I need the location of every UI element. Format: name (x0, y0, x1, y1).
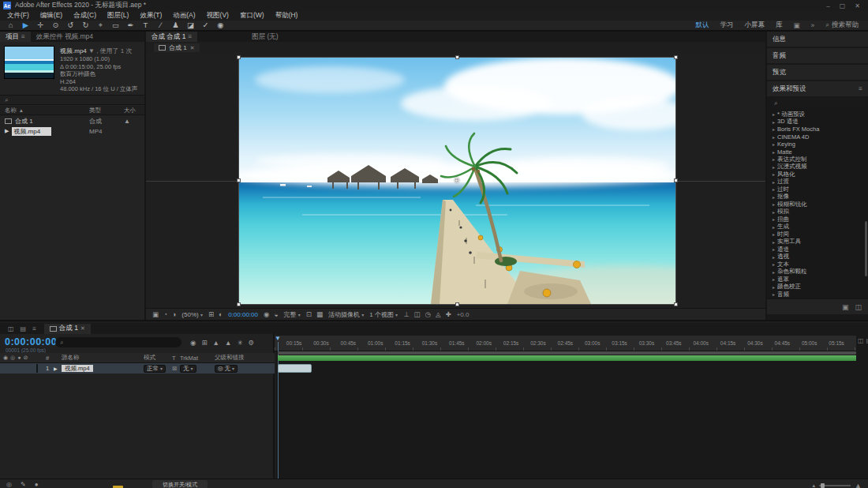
caret-right-icon[interactable]: ▸ (773, 261, 775, 267)
zoom-out-icon[interactable]: ▴ (813, 482, 816, 488)
effect-category[interactable]: ▸ 时间 (767, 231, 868, 238)
column-size[interactable]: 大小 (124, 107, 144, 114)
caret-right-icon[interactable]: ▸ (773, 231, 775, 237)
viewer-timecode[interactable]: 0:00:00:00 (228, 311, 258, 318)
viewer-misc-icon[interactable]: ◷ (425, 310, 431, 318)
grid-guides-icon[interactable]: ◐ (219, 310, 223, 318)
effect-category[interactable]: ▸ 实用工具 (767, 238, 868, 246)
pickwhip-icon[interactable]: ◎ (218, 365, 223, 372)
caret-right-icon[interactable]: ▸ (773, 186, 775, 192)
tab-project[interactable]: 项目 ≡ (0, 32, 31, 42)
anchor-point-icon[interactable]: ⊕ (454, 177, 460, 184)
view-layout-dropdown[interactable]: 1 个视图 ▾ (369, 310, 398, 319)
caret-right-icon[interactable]: ▸ (773, 224, 775, 230)
menu-item[interactable]: 合成(C) (68, 11, 102, 21)
search-help-button[interactable]: ⌕ 搜索帮助 (825, 21, 859, 30)
av-column-icon[interactable]: ◉ (3, 355, 8, 361)
viewer-option-icon[interactable]: ▣ (152, 310, 159, 318)
panel-icon[interactable]: ▣ (793, 21, 799, 29)
current-time-display[interactable]: 0:00:00:00 (5, 336, 57, 347)
workspace-tab-libraries[interactable]: 库 (776, 21, 783, 30)
grid-guides-icon[interactable]: ⊞ (208, 310, 214, 318)
timeline-toggle-icon[interactable]: ▲ (213, 339, 219, 347)
zoom-slider[interactable] (819, 485, 851, 486)
effect-category[interactable]: ▸ 模糊和锐化 (767, 201, 868, 208)
tool-hand[interactable]: ✛ (33, 21, 48, 30)
exposure-value[interactable]: +0.0 (457, 311, 470, 318)
menu-item[interactable]: 图层(L) (102, 11, 134, 21)
composition-viewer[interactable]: ⊕ (146, 52, 765, 308)
caret-right-icon[interactable]: ▸ (773, 134, 775, 140)
caret-right-icon[interactable]: ▸ (773, 209, 775, 215)
menu-item[interactable]: 窗口(W) (234, 11, 270, 21)
workspace-tab-learn[interactable]: 学习 (720, 21, 733, 30)
tab-composition[interactable]: 合成 合成 1 ≡ (146, 32, 197, 42)
timeline-panel-icon[interactable]: ◫ (8, 325, 14, 332)
toggle-switches-button[interactable]: 切换开关/模式 (152, 480, 208, 488)
effect-category[interactable]: ▸ Matte (767, 148, 868, 156)
ruler-cap-icons[interactable]: ◫▤ (858, 337, 868, 344)
timeline-panel-icon[interactable]: ≡ (32, 325, 36, 332)
column-index[interactable]: # (46, 355, 54, 362)
timeline-toggle-icon[interactable]: ▲ (225, 339, 231, 347)
selection-handle[interactable] (674, 55, 678, 59)
effect-category[interactable]: ▸ 模拟 (767, 208, 868, 216)
effect-category[interactable]: ▸ 音频 (767, 291, 868, 298)
av-column-icon[interactable]: ⊘ (23, 355, 28, 361)
project-item-composition[interactable]: 合成 1 合成 ▲ (0, 116, 144, 126)
roi-transparency-icon[interactable]: ▦ (316, 310, 323, 318)
caret-right-icon[interactable]: ▸ (773, 239, 775, 245)
caret-right-icon[interactable]: ▸ (773, 141, 775, 147)
panel-menu-icon[interactable]: ≡ (21, 33, 25, 40)
time-ruler[interactable]: 00:15s00:30s00:45s01:00s01:15s01:30s01:4… (275, 336, 856, 351)
effects-scrollbar[interactable] (865, 221, 867, 276)
maximize-button[interactable]: ▢ (840, 2, 846, 9)
selection-handle[interactable] (455, 55, 459, 59)
selection-handle[interactable] (674, 302, 678, 306)
effect-category[interactable]: ▸ 遮罩 (767, 276, 868, 283)
effect-category[interactable]: ▸ 通道 (767, 246, 868, 253)
effect-category[interactable]: ▸ 颜色校正 (767, 283, 868, 291)
caret-right-icon[interactable]: ▸ (773, 126, 775, 132)
column-t[interactable]: T (172, 355, 180, 362)
caret-right-icon[interactable]: ▸ (773, 111, 775, 117)
viewer-option-icon[interactable]: ◑ (172, 310, 176, 318)
timeline-toggle-icon[interactable]: ◉ (190, 339, 196, 347)
column-parent-link[interactable]: 父级和链接 (215, 354, 275, 362)
tool-text[interactable]: T (138, 21, 153, 30)
tab-layer-viewer[interactable]: 图层 (无) (246, 32, 284, 42)
timeline-zoom-control[interactable]: ▴ ▲ (813, 482, 862, 488)
footage-thumbnail[interactable] (4, 46, 54, 79)
selection-handle[interactable] (237, 178, 241, 182)
project-item-footage[interactable]: ▶ 视频.mp4 MP4 (0, 126, 144, 136)
tool-brush[interactable]: ∕ (153, 21, 168, 30)
caret-right-icon[interactable]: ▸ (773, 156, 775, 162)
zoom-in-icon[interactable]: ▲ (855, 482, 862, 488)
caret-right-icon[interactable]: ▸ (773, 254, 775, 260)
effect-category[interactable]: ▸ 风格化 (767, 171, 868, 178)
workspace-tab-default[interactable]: 默认 (695, 21, 709, 30)
timeline-search-field[interactable]: ⌕ (55, 337, 181, 347)
caret-right-icon[interactable]: ▸ (773, 276, 775, 282)
caret-right-icon[interactable]: ▸ (773, 284, 775, 290)
resolution-dropdown[interactable]: 完整 ▾ (284, 310, 301, 319)
effect-category[interactable]: ▸ 透视 (767, 253, 868, 261)
tool-orbit-camera[interactable]: ↺ (63, 21, 78, 30)
menu-item[interactable]: 视图(V) (201, 11, 234, 21)
column-mode[interactable]: 模式 (144, 354, 172, 362)
roi-transparency-icon[interactable]: ⊡ (306, 310, 312, 318)
effect-category[interactable]: ▸ 杂色和颗粒 (767, 268, 868, 276)
column-type[interactable]: 类型 (89, 107, 124, 114)
selection-handle[interactable] (674, 178, 678, 182)
trkmat-select[interactable]: 无▾ (180, 365, 196, 373)
label-color-chip[interactable] (36, 364, 38, 373)
menu-item[interactable]: 效果(T) (134, 11, 167, 21)
parent-link-select[interactable]: ◎ 无▾ (215, 365, 238, 373)
selection-handle[interactable] (455, 302, 459, 306)
effect-category[interactable]: ▸ CINEMA 4D (767, 133, 868, 141)
av-column-icon[interactable]: ◎ (10, 355, 15, 361)
effect-category[interactable]: ▸ 扭曲 (767, 216, 868, 223)
menu-item[interactable]: 帮助(H) (270, 11, 304, 21)
close-button[interactable]: ✕ (855, 2, 860, 9)
tool-zoom[interactable]: ⊙ (48, 21, 63, 30)
